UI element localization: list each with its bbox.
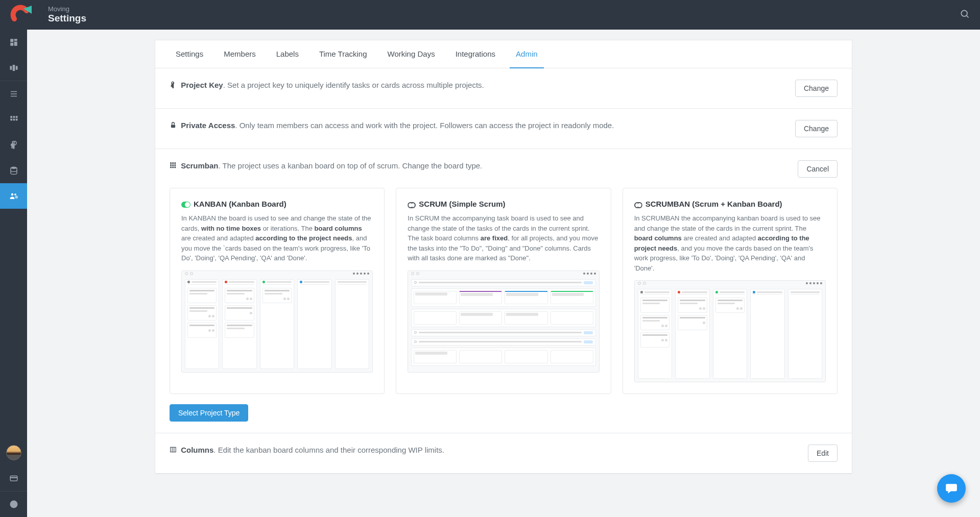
svg-rect-6	[10, 66, 12, 70]
sidebar-item-dashboard[interactable]	[0, 30, 27, 55]
lock-icon	[170, 120, 177, 132]
svg-rect-13	[13, 116, 15, 118]
select-project-type-button[interactable]: Select Project Type	[170, 404, 248, 422]
link-icon	[408, 200, 416, 208]
tab-settings[interactable]: Settings	[170, 40, 209, 68]
sidebar-item-billing[interactable]	[0, 465, 27, 491]
svg-rect-34	[172, 166, 174, 168]
kanban-title: KANBAN (Kanban Board)	[194, 200, 286, 208]
tab-members[interactable]: Members	[218, 40, 262, 68]
type-card-scrum[interactable]: SCRUM (Simple Scrum) In SCRUM the accomp…	[396, 188, 611, 394]
tab-working-days[interactable]: Working Days	[381, 40, 441, 68]
scrum-desc: In SCRUM the accompanying task board is …	[408, 213, 599, 263]
sidebar	[0, 30, 27, 517]
svg-point-20	[11, 193, 13, 196]
app-logo[interactable]	[10, 5, 32, 25]
kanban-desc: In KANBAN the board is used to see and c…	[181, 213, 373, 263]
svg-rect-36	[171, 447, 176, 452]
svg-rect-32	[174, 164, 176, 166]
scrum-title: SCRUM (Simple Scrum)	[419, 200, 505, 208]
chat-fab[interactable]	[937, 474, 966, 503]
svg-rect-15	[10, 119, 12, 121]
svg-rect-2	[10, 39, 13, 42]
main-content: Settings Members Labels Time Tracking Wo…	[27, 30, 980, 517]
edit-columns-button[interactable]: Edit	[808, 445, 838, 462]
svg-rect-29	[174, 162, 176, 164]
svg-rect-8	[15, 66, 17, 70]
grid-icon	[170, 161, 177, 173]
svg-point-21	[14, 193, 16, 195]
project-key-title: Project Key	[181, 81, 223, 89]
columns-title: Columns	[181, 446, 213, 454]
search-icon[interactable]	[960, 9, 970, 21]
section-columns: Columns. Edit the kanban board columns a…	[155, 433, 852, 474]
svg-rect-17	[15, 119, 17, 121]
cancel-board-type-button[interactable]: Cancel	[798, 160, 838, 178]
section-private-access: Private Access. Only team members can ac…	[155, 109, 852, 149]
type-card-kanban[interactable]: KANBAN (Kanban Board) In KANBAN the boar…	[170, 188, 385, 394]
sidebar-item-team-settings[interactable]	[0, 183, 27, 209]
project-key-desc: . Set a project key to uniquely identify…	[223, 81, 484, 89]
svg-rect-10	[11, 93, 17, 94]
svg-rect-5	[10, 43, 13, 46]
svg-rect-33	[170, 166, 172, 168]
sidebar-item-grid[interactable]	[0, 107, 27, 132]
svg-rect-12	[10, 116, 12, 118]
svg-rect-16	[13, 119, 15, 121]
scrumban-preview	[634, 280, 826, 382]
sidebar-item-activity[interactable]	[0, 132, 27, 158]
svg-rect-14	[15, 116, 17, 118]
toggle-on-icon	[181, 200, 190, 208]
svg-rect-24	[10, 477, 17, 478]
header: Moving Settings	[0, 0, 980, 30]
sidebar-item-database[interactable]	[0, 158, 27, 183]
link-icon	[634, 200, 642, 208]
columns-icon	[170, 445, 177, 457]
scrum-preview	[408, 270, 599, 373]
section-board-type: Scrumban. The project uses a kanban boar…	[155, 149, 852, 433]
tab-integrations[interactable]: Integrations	[449, 40, 501, 68]
change-access-button[interactable]: Change	[795, 120, 838, 137]
svg-rect-28	[172, 162, 174, 164]
breadcrumb[interactable]: Moving	[48, 5, 86, 13]
tab-admin[interactable]: Admin	[510, 40, 544, 68]
svg-rect-23	[10, 476, 17, 481]
kanban-preview	[181, 270, 373, 373]
svg-rect-7	[12, 65, 15, 71]
scrumban-desc: In SCRUMBAN the accompanying kanban boar…	[634, 213, 826, 273]
type-card-scrumban[interactable]: SCRUMBAN (Scrum + Kanban Board) In SCRUM…	[623, 188, 838, 394]
scrumban-title: Scrumban	[181, 161, 218, 170]
tab-labels[interactable]: Labels	[270, 40, 305, 68]
settings-tabs: Settings Members Labels Time Tracking Wo…	[155, 40, 852, 68]
svg-rect-27	[170, 162, 172, 164]
svg-rect-31	[172, 164, 174, 166]
svg-rect-26	[171, 125, 175, 128]
private-access-title: Private Access	[181, 121, 235, 130]
key-icon	[170, 80, 177, 92]
section-project-key: Project Key. Set a project key to unique…	[155, 68, 852, 109]
sidebar-item-list[interactable]	[0, 81, 27, 107]
scrumban-title: SCRUMBAN (Scrum + Kanban Board)	[646, 200, 782, 208]
private-access-desc: . Only team members can access and work …	[235, 121, 614, 130]
user-avatar[interactable]	[6, 445, 21, 460]
svg-point-22	[15, 196, 17, 198]
svg-rect-9	[11, 91, 17, 92]
tab-time-tracking[interactable]: Time Tracking	[313, 40, 373, 68]
svg-point-19	[11, 167, 17, 169]
svg-rect-4	[14, 42, 17, 46]
svg-point-0	[961, 10, 967, 16]
svg-point-18	[12, 141, 13, 143]
change-project-key-button[interactable]: Change	[795, 80, 838, 97]
svg-rect-11	[11, 96, 17, 97]
svg-line-1	[967, 16, 969, 18]
svg-rect-3	[14, 39, 17, 41]
scrumban-desc: . The project uses a kanban board on top…	[219, 161, 483, 170]
svg-rect-30	[170, 164, 172, 166]
columns-desc: . Edit the kanban board columns and thei…	[213, 446, 444, 454]
sidebar-item-board[interactable]	[0, 55, 27, 81]
page-title: Settings	[48, 13, 86, 24]
sidebar-item-logout[interactable]	[0, 491, 27, 517]
svg-rect-35	[174, 166, 176, 168]
